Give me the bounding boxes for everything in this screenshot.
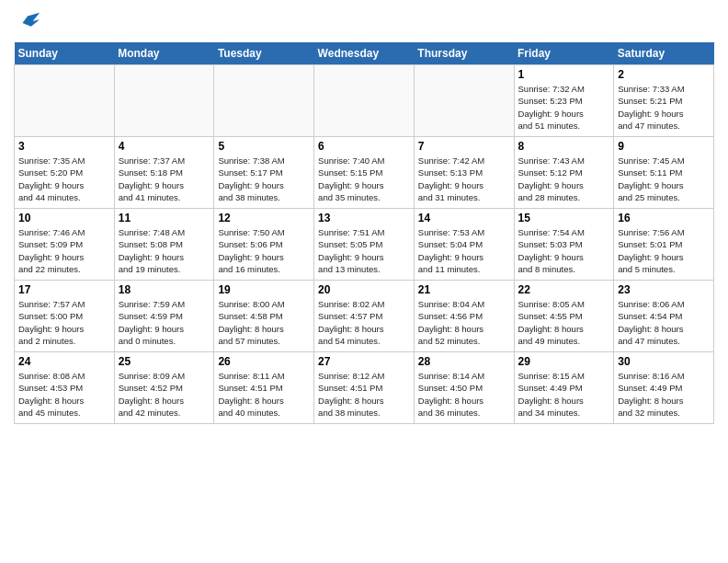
calendar-cell — [214, 65, 314, 137]
day-number: 2 — [618, 68, 710, 81]
header — [14, 9, 714, 35]
day-info: Sunrise: 7:42 AM Sunset: 5:13 PM Dayligh… — [418, 155, 510, 203]
calendar-cell: 16Sunrise: 7:56 AM Sunset: 5:01 PM Dayli… — [614, 209, 714, 281]
day-number: 14 — [418, 212, 510, 224]
day-info: Sunrise: 8:02 AM Sunset: 4:57 PM Dayligh… — [318, 298, 410, 347]
day-info: Sunrise: 7:50 AM Sunset: 5:06 PM Dayligh… — [218, 226, 310, 275]
calendar-cell: 9Sunrise: 7:45 AM Sunset: 5:11 PM Daylig… — [614, 137, 714, 209]
day-number: 4 — [119, 140, 210, 153]
day-number: 7 — [418, 140, 510, 153]
day-info: Sunrise: 7:54 AM Sunset: 5:03 PM Dayligh… — [518, 226, 610, 275]
calendar-cell: 8Sunrise: 7:43 AM Sunset: 5:12 PM Daylig… — [514, 137, 614, 209]
day-info: Sunrise: 8:15 AM Sunset: 4:49 PM Dayligh… — [518, 370, 610, 419]
calendar-cell: 26Sunrise: 8:11 AM Sunset: 4:51 PM Dayli… — [214, 352, 314, 424]
day-info: Sunrise: 7:51 AM Sunset: 5:05 PM Dayligh… — [318, 226, 410, 275]
calendar-cell: 6Sunrise: 7:40 AM Sunset: 5:15 PM Daylig… — [314, 137, 415, 209]
day-number: 16 — [618, 212, 710, 224]
weekday-header-wednesday: Wednesday — [314, 42, 415, 65]
calendar-week-5: 24Sunrise: 8:08 AM Sunset: 4:53 PM Dayli… — [15, 352, 714, 424]
calendar-cell — [15, 65, 115, 137]
calendar-cell: 19Sunrise: 8:00 AM Sunset: 4:58 PM Dayli… — [214, 281, 314, 352]
day-number: 12 — [218, 212, 310, 224]
day-number: 6 — [318, 140, 410, 153]
day-number: 28 — [418, 355, 510, 368]
day-info: Sunrise: 8:08 AM Sunset: 4:53 PM Dayligh… — [18, 370, 110, 419]
day-info: Sunrise: 8:04 AM Sunset: 4:56 PM Dayligh… — [418, 298, 510, 347]
day-info: Sunrise: 7:33 AM Sunset: 5:21 PM Dayligh… — [618, 83, 710, 132]
calendar-cell: 11Sunrise: 7:48 AM Sunset: 5:08 PM Dayli… — [114, 209, 214, 281]
day-info: Sunrise: 8:11 AM Sunset: 4:51 PM Dayligh… — [218, 370, 310, 419]
day-info: Sunrise: 8:12 AM Sunset: 4:51 PM Dayligh… — [318, 370, 410, 419]
calendar-cell: 5Sunrise: 7:38 AM Sunset: 5:17 PM Daylig… — [214, 137, 314, 209]
day-number: 1 — [518, 68, 610, 81]
calendar-cell: 24Sunrise: 8:08 AM Sunset: 4:53 PM Dayli… — [15, 352, 115, 424]
calendar-cell: 27Sunrise: 8:12 AM Sunset: 4:51 PM Dayli… — [314, 352, 415, 424]
day-number: 30 — [618, 355, 710, 368]
calendar-cell: 30Sunrise: 8:16 AM Sunset: 4:49 PM Dayli… — [614, 352, 714, 424]
calendar-cell: 7Sunrise: 7:42 AM Sunset: 5:13 PM Daylig… — [414, 137, 514, 209]
calendar-cell: 1Sunrise: 7:32 AM Sunset: 5:23 PM Daylig… — [514, 65, 614, 137]
day-info: Sunrise: 7:35 AM Sunset: 5:20 PM Dayligh… — [18, 155, 110, 203]
weekday-header-row: SundayMondayTuesdayWednesdayThursdayFrid… — [15, 42, 714, 65]
calendar-cell — [314, 65, 415, 137]
calendar-cell: 23Sunrise: 8:06 AM Sunset: 4:54 PM Dayli… — [614, 281, 714, 352]
day-number: 5 — [218, 140, 310, 153]
day-number: 20 — [318, 283, 410, 296]
calendar-cell — [414, 65, 514, 137]
day-number: 27 — [318, 355, 410, 368]
calendar-week-1: 1Sunrise: 7:32 AM Sunset: 5:23 PM Daylig… — [15, 65, 714, 137]
day-number: 17 — [18, 283, 110, 296]
day-number: 24 — [18, 355, 110, 368]
weekday-header-thursday: Thursday — [414, 42, 514, 65]
calendar-cell: 28Sunrise: 8:14 AM Sunset: 4:50 PM Dayli… — [414, 352, 514, 424]
day-info: Sunrise: 7:43 AM Sunset: 5:12 PM Dayligh… — [518, 155, 610, 203]
weekday-header-friday: Friday — [514, 42, 614, 65]
day-info: Sunrise: 7:45 AM Sunset: 5:11 PM Dayligh… — [618, 155, 710, 203]
calendar-cell: 18Sunrise: 7:59 AM Sunset: 4:59 PM Dayli… — [114, 281, 214, 352]
calendar-cell: 10Sunrise: 7:46 AM Sunset: 5:09 PM Dayli… — [15, 209, 115, 281]
day-info: Sunrise: 7:56 AM Sunset: 5:01 PM Dayligh… — [618, 226, 710, 275]
day-info: Sunrise: 7:37 AM Sunset: 5:18 PM Dayligh… — [119, 155, 210, 203]
weekday-header-sunday: Sunday — [15, 42, 115, 65]
calendar-cell: 29Sunrise: 8:15 AM Sunset: 4:49 PM Dayli… — [514, 352, 614, 424]
calendar-cell: 21Sunrise: 8:04 AM Sunset: 4:56 PM Dayli… — [414, 281, 514, 352]
day-info: Sunrise: 8:16 AM Sunset: 4:49 PM Dayligh… — [618, 370, 710, 419]
calendar-week-2: 3Sunrise: 7:35 AM Sunset: 5:20 PM Daylig… — [15, 137, 714, 209]
logo — [14, 9, 41, 35]
day-info: Sunrise: 8:06 AM Sunset: 4:54 PM Dayligh… — [618, 298, 710, 347]
day-number: 23 — [618, 283, 710, 296]
page-container: SundayMondayTuesdayWednesdayThursdayFrid… — [0, 0, 728, 433]
day-info: Sunrise: 7:38 AM Sunset: 5:17 PM Dayligh… — [218, 155, 310, 203]
day-number: 26 — [218, 355, 310, 368]
day-info: Sunrise: 7:59 AM Sunset: 4:59 PM Dayligh… — [119, 298, 210, 347]
day-number: 21 — [418, 283, 510, 296]
calendar-cell: 2Sunrise: 7:33 AM Sunset: 5:21 PM Daylig… — [614, 65, 714, 137]
day-number: 3 — [18, 140, 110, 153]
calendar-week-3: 10Sunrise: 7:46 AM Sunset: 5:09 PM Dayli… — [15, 209, 714, 281]
day-number: 15 — [518, 212, 610, 224]
day-info: Sunrise: 7:57 AM Sunset: 5:00 PM Dayligh… — [18, 298, 110, 347]
day-number: 18 — [119, 283, 210, 296]
logo-bird-icon — [16, 9, 41, 35]
calendar-cell: 22Sunrise: 8:05 AM Sunset: 4:55 PM Dayli… — [514, 281, 614, 352]
day-number: 9 — [618, 140, 710, 153]
day-number: 19 — [218, 283, 310, 296]
calendar-cell: 12Sunrise: 7:50 AM Sunset: 5:06 PM Dayli… — [214, 209, 314, 281]
calendar-cell: 20Sunrise: 8:02 AM Sunset: 4:57 PM Dayli… — [314, 281, 415, 352]
day-number: 11 — [119, 212, 210, 224]
weekday-header-monday: Monday — [114, 42, 214, 65]
calendar-cell: 3Sunrise: 7:35 AM Sunset: 5:20 PM Daylig… — [15, 137, 115, 209]
calendar-week-4: 17Sunrise: 7:57 AM Sunset: 5:00 PM Dayli… — [15, 281, 714, 352]
calendar-table: SundayMondayTuesdayWednesdayThursdayFrid… — [14, 42, 714, 424]
day-number: 10 — [18, 212, 110, 224]
day-info: Sunrise: 7:32 AM Sunset: 5:23 PM Dayligh… — [518, 83, 610, 132]
day-info: Sunrise: 7:46 AM Sunset: 5:09 PM Dayligh… — [18, 226, 110, 275]
svg-marker-0 — [22, 13, 40, 27]
day-info: Sunrise: 8:00 AM Sunset: 4:58 PM Dayligh… — [218, 298, 310, 347]
day-info: Sunrise: 7:40 AM Sunset: 5:15 PM Dayligh… — [318, 155, 410, 203]
day-info: Sunrise: 7:48 AM Sunset: 5:08 PM Dayligh… — [119, 226, 210, 275]
day-number: 22 — [518, 283, 610, 296]
weekday-header-saturday: Saturday — [614, 42, 714, 65]
calendar-cell: 14Sunrise: 7:53 AM Sunset: 5:04 PM Dayli… — [414, 209, 514, 281]
calendar-cell: 4Sunrise: 7:37 AM Sunset: 5:18 PM Daylig… — [114, 137, 214, 209]
